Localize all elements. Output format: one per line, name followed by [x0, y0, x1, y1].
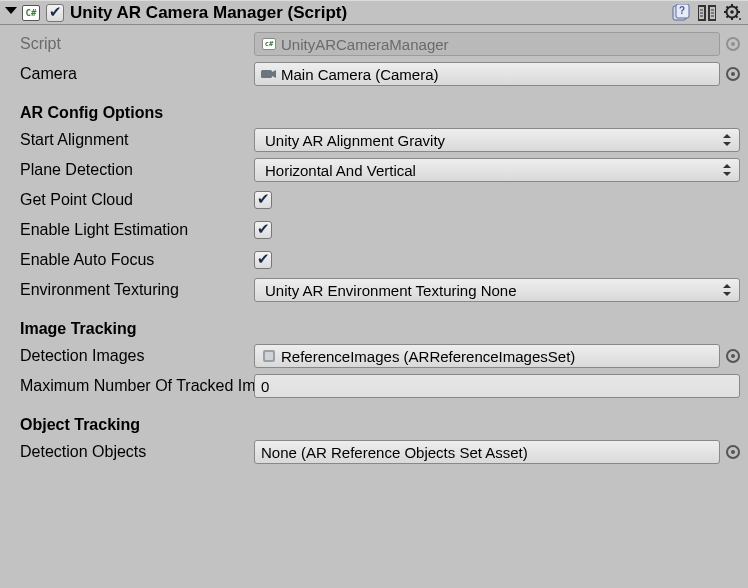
component-header: C# Unity AR Camera Manager (Script) ? — [0, 0, 748, 25]
auto-focus-label: Enable Auto Focus — [20, 251, 254, 269]
get-point-cloud-label: Get Point Cloud — [20, 191, 254, 209]
detection-objects-label: Detection Objects — [20, 443, 254, 461]
section-image-tracking: Image Tracking — [20, 305, 740, 341]
svg-line-19 — [727, 15, 729, 17]
get-point-cloud-checkbox[interactable] — [254, 191, 272, 209]
svg-rect-25 — [265, 352, 273, 360]
plane-detection-label: Plane Detection — [20, 161, 254, 179]
foldout-toggle[interactable] — [5, 7, 17, 19]
detection-objects-field[interactable]: None (AR Reference Objects Set Asset) — [254, 440, 720, 464]
auto-focus-checkbox[interactable] — [254, 251, 272, 269]
svg-point-21 — [739, 18, 741, 20]
svg-line-17 — [727, 6, 729, 8]
env-texturing-label: Environment Texturing — [20, 281, 254, 299]
detection-images-field[interactable]: ReferenceImages (ARReferenceImagesSet) — [254, 344, 720, 368]
camera-icon — [261, 67, 277, 81]
start-alignment-popup[interactable]: Unity AR Alignment Gravity — [254, 128, 740, 152]
section-object-tracking: Object Tracking — [20, 401, 740, 437]
component-title: Unity AR Camera Manager (Script) — [68, 3, 672, 23]
csharp-mini-icon: c# — [261, 37, 277, 51]
plane-detection-popup[interactable]: Horizontal And Vertical — [254, 158, 740, 182]
component-enabled-checkbox[interactable] — [46, 4, 64, 22]
svg-line-20 — [736, 6, 738, 8]
svg-text:?: ? — [679, 5, 685, 16]
component-body: Script c# UnityARCameraManager Camera Ma… — [0, 25, 748, 467]
script-field: c# UnityARCameraManager — [254, 32, 720, 56]
max-tracked-field[interactable] — [254, 374, 740, 398]
light-estimation-checkbox[interactable] — [254, 221, 272, 239]
max-tracked-input[interactable] — [261, 378, 733, 395]
asset-icon — [261, 349, 277, 363]
settings-gear-icon[interactable] — [724, 4, 742, 22]
env-texturing-popup[interactable]: Unity AR Environment Texturing None — [254, 278, 740, 302]
max-tracked-label: Maximum Number Of Tracked Images — [20, 377, 254, 395]
script-object-picker — [726, 37, 740, 51]
start-alignment-label: Start Alignment — [20, 131, 254, 149]
section-ar-config: AR Config Options — [20, 89, 740, 125]
preset-icon[interactable] — [698, 4, 716, 22]
detection-images-picker[interactable] — [726, 349, 740, 363]
camera-label: Camera — [20, 65, 254, 83]
csharp-script-icon: C# — [22, 5, 40, 21]
light-estimation-label: Enable Light Estimation — [20, 221, 254, 239]
script-label: Script — [20, 35, 254, 53]
camera-object-picker[interactable] — [726, 67, 740, 81]
svg-line-18 — [736, 15, 738, 17]
camera-field[interactable]: Main Camera (Camera) — [254, 62, 720, 86]
detection-images-label: Detection Images — [20, 347, 254, 365]
help-icon[interactable]: ? — [672, 4, 690, 22]
svg-point-12 — [730, 10, 734, 14]
detection-objects-picker[interactable] — [726, 445, 740, 459]
svg-rect-22 — [261, 70, 272, 78]
svg-marker-23 — [272, 70, 276, 78]
